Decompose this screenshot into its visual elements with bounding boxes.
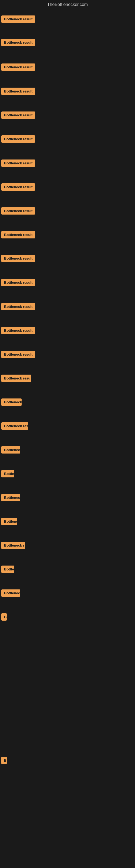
bottleneck-item: Bottle <box>1 470 14 478</box>
bottleneck-item: Bottleneck result <box>1 88 35 96</box>
bottleneck-badge[interactable]: Bottleneck result <box>1 63 35 71</box>
bottleneck-item: Bottleneck result <box>1 303 35 311</box>
bottleneck-badge[interactable]: Bottleneck result <box>1 16 35 23</box>
bottleneck-badge[interactable]: Bottleneck result <box>1 112 35 119</box>
bottleneck-badge[interactable]: Bottleneck result <box>1 279 35 286</box>
bottleneck-item: Bottlenec <box>1 446 20 455</box>
bottleneck-badge[interactable]: Bottleneck result <box>1 183 35 191</box>
bottleneck-item: B <box>1 757 7 765</box>
bottleneck-item: Bottleneck result <box>1 327 35 335</box>
bottleneck-item: Bottleneck r <box>1 542 25 550</box>
bottleneck-badge[interactable]: Bottleneck result <box>1 231 35 239</box>
bottleneck-badge[interactable]: Bottleneck result <box>1 255 35 262</box>
bottleneck-item: Bottlenec <box>1 494 20 502</box>
bottleneck-item: Bottleneck result <box>1 135 35 144</box>
bottleneck-item: Bottleneck result <box>1 112 35 120</box>
bottleneck-badge[interactable]: Bottleneck r <box>1 542 25 549</box>
bottleneck-item: Bottleneck <box>1 399 21 407</box>
bottleneck-badge[interactable]: Bottle <box>1 565 14 573</box>
bottleneck-item: Bottleneck result <box>1 279 35 287</box>
bottleneck-item: Bottleneck result <box>1 16 35 24</box>
bottleneck-badge[interactable]: Bottleneck resu <box>1 375 31 382</box>
bottleneck-badge[interactable]: Bottleneck result <box>1 159 35 167</box>
bottleneck-item: B <box>1 613 7 622</box>
bottleneck-item: Bottleneck result <box>1 159 35 168</box>
bottleneck-badge[interactable]: Bottleneck result <box>1 88 35 95</box>
bottleneck-item: Bottleneck result <box>1 255 35 263</box>
bottleneck-item: Bottlenec <box>1 589 20 598</box>
bottleneck-badge[interactable]: Bottle <box>1 470 14 477</box>
bottleneck-item: Bottlend <box>1 518 17 526</box>
bottleneck-item: Bottleneck result <box>1 63 35 72</box>
bottleneck-badge[interactable]: Bottleneck result <box>1 135 35 143</box>
bottleneck-item: Bottleneck resu <box>1 375 31 383</box>
bottleneck-item: Bottleneck res <box>1 422 28 431</box>
site-header: TheBottlenecker.com <box>0 0 135 9</box>
bottleneck-item: Bottleneck result <box>1 183 35 192</box>
bottleneck-badge[interactable]: Bottleneck result <box>1 207 35 215</box>
bottleneck-badge[interactable]: Bottleneck result <box>1 303 35 310</box>
bottleneck-badge[interactable]: Bottleneck result <box>1 39 35 46</box>
bottleneck-badge[interactable]: Bottleneck result <box>1 351 35 358</box>
bottleneck-badge[interactable]: B <box>1 757 7 764</box>
bottleneck-badge[interactable]: Bottleneck <box>1 399 21 406</box>
bottleneck-item: Bottleneck result <box>1 231 35 240</box>
site-title: TheBottlenecker.com <box>0 0 135 9</box>
bottleneck-badge[interactable]: Bottlenec <box>1 589 20 597</box>
bottleneck-item: Bottle <box>1 565 14 574</box>
bottleneck-badge[interactable]: Bottlend <box>1 518 17 525</box>
bottleneck-badge[interactable]: B <box>1 613 7 621</box>
bottleneck-item: Bottleneck result <box>1 207 35 216</box>
bottleneck-item: Bottleneck result <box>1 351 35 359</box>
bottleneck-badge[interactable]: Bottleneck res <box>1 422 28 430</box>
bottleneck-item: Bottleneck result <box>1 39 35 47</box>
bottleneck-badge[interactable]: Bottleneck result <box>1 327 35 334</box>
bottleneck-badge[interactable]: Bottlenec <box>1 494 20 501</box>
bottleneck-badge[interactable]: Bottlenec <box>1 446 20 454</box>
